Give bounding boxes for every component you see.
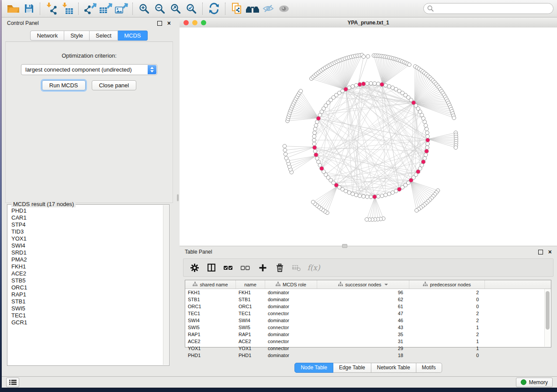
save-session-icon[interactable] (21, 2, 37, 16)
mcds-result-item[interactable]: STB1 (11, 298, 163, 305)
mcds-result-item[interactable]: SRD1 (11, 249, 163, 256)
export-image-icon[interactable] (114, 2, 129, 16)
cell-mcds-role[interactable]: dominator (265, 317, 317, 324)
mcds-result-item[interactable]: FKH1 (11, 263, 163, 270)
cell-predecessor-nodes[interactable]: 1 (409, 338, 485, 345)
cell-predecessor-nodes[interactable]: 2 (409, 331, 485, 338)
cell-name[interactable]: PHD1 (236, 352, 265, 359)
column-header-mcds-role[interactable]: MCDS role (265, 280, 317, 289)
mcds-result-item[interactable]: SWI4 (11, 242, 163, 249)
close-panel-button[interactable]: Close panel (92, 80, 137, 90)
cell-shared-name[interactable]: PHD1 (185, 352, 236, 359)
network-canvas[interactable] (180, 28, 557, 246)
mcds-result-item[interactable]: TID3 (11, 228, 163, 235)
cell-successor-nodes[interactable]: 47 (317, 310, 409, 317)
cell-successor-nodes[interactable]: 61 (317, 303, 409, 310)
select-all-rows-icon[interactable] (224, 263, 233, 272)
export-table-icon[interactable] (98, 2, 114, 16)
run-mcds-button[interactable]: Run MCDS (42, 80, 86, 90)
tab-mcds[interactable]: MCDS (118, 31, 147, 41)
cell-shared-name[interactable]: FKH1 (185, 289, 236, 296)
table-row[interactable]: PHD1PHD1dominator180 (185, 352, 551, 359)
mcds-result-item[interactable]: ORC1 (11, 284, 163, 291)
cell-shared-name[interactable]: YOX1 (185, 345, 236, 352)
cell-name[interactable]: ORC1 (236, 303, 265, 310)
network-window-titlebar[interactable]: YPA_prune.txt_1 (180, 17, 557, 28)
column-header-successor-nodes[interactable]: successor nodes (317, 280, 409, 289)
export-network-icon[interactable] (82, 2, 98, 16)
tab-edge-table[interactable]: Edge Table (333, 363, 371, 373)
mcds-result-item[interactable]: RAP1 (11, 291, 163, 298)
mcds-result-item[interactable]: SWI5 (11, 305, 163, 312)
close-table-panel-icon[interactable]: × (548, 249, 552, 255)
refresh-view-icon[interactable] (206, 2, 222, 16)
mcds-result-item[interactable]: TEC1 (11, 312, 163, 319)
cell-successor-nodes[interactable]: 46 (317, 317, 409, 324)
mcds-result-item[interactable]: STP4 (11, 221, 163, 228)
cell-successor-nodes[interactable]: 35 (317, 331, 409, 338)
table-row[interactable]: TEC1TEC1connector472 (185, 310, 551, 317)
cell-successor-nodes[interactable]: 31 (317, 338, 409, 345)
table-row[interactable]: SWI5SWI5connector431 (185, 324, 551, 331)
task-history-button[interactable] (6, 378, 19, 387)
cell-shared-name[interactable]: TEC1 (185, 310, 236, 317)
zoom-selected-icon[interactable] (183, 2, 199, 16)
mcds-result-item[interactable]: ACE2 (11, 270, 163, 277)
mcds-result-list[interactable]: PHD1CAR1STP4TID3YOX1SWI4SRD1PMA2FKH1ACE2… (8, 205, 163, 365)
tab-node-table[interactable]: Node Table (294, 363, 333, 373)
cell-successor-nodes[interactable]: 18 (317, 352, 409, 359)
cell-successor-nodes[interactable]: 62 (317, 296, 409, 303)
cell-mcds-role[interactable]: dominator (265, 352, 317, 359)
cell-name[interactable]: TEC1 (236, 310, 265, 317)
tab-network[interactable]: Network (30, 31, 64, 41)
cell-mcds-role[interactable]: dominator (265, 289, 317, 296)
table-row[interactable]: SWI4SWI4dominator462 (185, 317, 551, 324)
mcds-result-item[interactable]: YOX1 (11, 235, 163, 242)
tab-select[interactable]: Select (90, 31, 118, 41)
cell-mcds-role[interactable]: connector (265, 338, 317, 345)
column-header-name[interactable]: name (236, 280, 265, 289)
cell-name[interactable]: FKH1 (236, 289, 265, 296)
toggle-panel-layout-icon[interactable] (207, 263, 216, 272)
open-file-icon[interactable] (5, 2, 21, 16)
mcds-result-item[interactable]: CAR1 (11, 214, 163, 221)
search-input[interactable] (423, 3, 554, 14)
create-column-icon[interactable] (258, 263, 267, 272)
delete-columns-icon[interactable] (275, 263, 284, 272)
cell-mcds-role[interactable]: connector (265, 324, 317, 331)
cell-predecessor-nodes[interactable]: 2 (409, 310, 485, 317)
zoom-fit-icon[interactable] (168, 2, 183, 16)
float-panel-icon[interactable] (157, 21, 162, 26)
table-settings-icon[interactable] (190, 263, 199, 272)
mcds-result-item[interactable]: STB5 (11, 277, 163, 284)
cell-shared-name[interactable]: STB1 (185, 296, 236, 303)
table-scrollbar[interactable] (544, 289, 550, 347)
cell-predecessor-nodes[interactable]: 0 (409, 303, 485, 310)
table-scrollbar-thumb[interactable] (546, 291, 550, 330)
cell-name[interactable]: STB1 (236, 296, 265, 303)
cell-mcds-role[interactable]: dominator (265, 296, 317, 303)
cell-shared-name[interactable]: RAP1 (185, 331, 236, 338)
memory-button[interactable]: Memory (516, 378, 553, 387)
search-network-icon[interactable] (245, 2, 260, 16)
zoom-in-icon[interactable] (136, 2, 152, 16)
table-row[interactable]: STB1STB1dominator620 (185, 296, 551, 303)
cell-name[interactable]: YOX1 (236, 345, 265, 352)
cell-successor-nodes[interactable]: 96 (317, 289, 409, 296)
tab-motifs[interactable]: Motifs (416, 363, 442, 373)
cell-shared-name[interactable]: SWI4 (185, 317, 236, 324)
table-row[interactable]: ACE2ACE2connector311 (185, 338, 551, 345)
zoom-out-icon[interactable] (152, 2, 168, 16)
import-network-icon[interactable] (44, 2, 59, 16)
cell-predecessor-nodes[interactable]: 0 (409, 352, 485, 359)
vertical-splitter[interactable] (176, 17, 180, 376)
table-row[interactable]: ORC1ORC1dominator610 (185, 303, 551, 310)
cell-name[interactable]: SWI4 (236, 317, 265, 324)
cell-mcds-role[interactable]: connector (265, 345, 317, 352)
cell-predecessor-nodes[interactable]: 1 (409, 345, 485, 352)
mcds-list-scrollbar[interactable] (163, 205, 169, 365)
mcds-result-item[interactable]: PMA2 (11, 256, 163, 263)
criterion-dropdown[interactable]: largest connected component (undirected) (21, 64, 157, 75)
cell-shared-name[interactable]: ACE2 (185, 338, 236, 345)
column-header-shared-name[interactable]: shared name (185, 280, 236, 289)
